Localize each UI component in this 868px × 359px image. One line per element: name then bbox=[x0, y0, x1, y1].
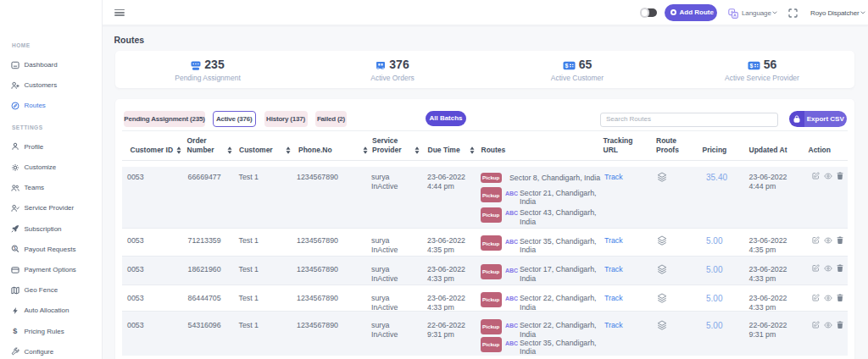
svg-text:$: $ bbox=[565, 63, 568, 69]
svg-text:$: $ bbox=[749, 63, 753, 69]
svg-text:$: $ bbox=[13, 327, 17, 335]
svg-text:$: $ bbox=[14, 246, 16, 251]
